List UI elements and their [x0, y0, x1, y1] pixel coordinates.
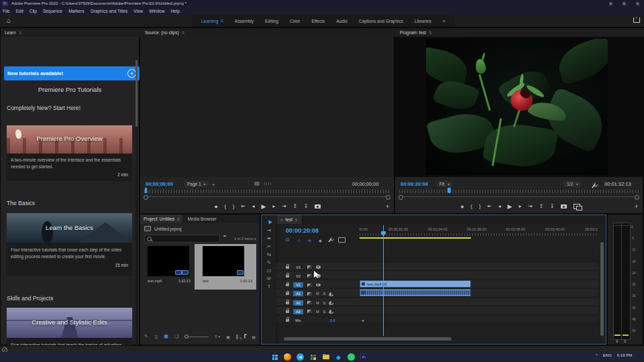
step-forward-button[interactable]: ▸	[519, 204, 521, 209]
nest-sequences-icon[interactable]: ⊡	[286, 237, 290, 243]
sync-lock-icon[interactable]	[307, 274, 312, 278]
project-item[interactable]: test.mp4 1:32:13	[145, 244, 193, 290]
settings-wrench-icon[interactable]	[592, 184, 596, 188]
mark-out-button[interactable]: }	[479, 204, 481, 209]
new-bin-button[interactable]	[244, 335, 246, 339]
add-marker-button[interactable]: ◆	[461, 204, 464, 208]
project-home-icon[interactable]	[144, 226, 151, 231]
mark-out-button[interactable]: }	[233, 204, 235, 209]
voiceover-record-icon[interactable]	[329, 301, 331, 304]
freeform-view-button[interactable]: ❏	[174, 334, 178, 339]
play-button[interactable]: ▶	[262, 204, 266, 210]
track-label-v2[interactable]: V2	[293, 274, 303, 279]
timeline-timecode[interactable]: 00:00:20:08	[286, 227, 319, 234]
go-to-in-button[interactable]: ⇤	[241, 204, 246, 209]
minimize-button[interactable]	[609, 2, 612, 5]
page-next-icon[interactable]: ▸	[213, 182, 215, 186]
taskbar-gem-app-icon[interactable]: ◆	[335, 353, 342, 361]
timeline-playhead[interactable]	[383, 225, 384, 336]
rectangle-tool[interactable]: ▭	[264, 266, 274, 274]
tray-language[interactable]: ENG	[603, 353, 612, 357]
sync-lock-icon[interactable]	[307, 265, 312, 269]
drag-video-icon[interactable]	[254, 182, 260, 186]
track-output-eye-icon[interactable]	[316, 265, 321, 269]
close-button[interactable]	[636, 2, 639, 5]
meter-solo-right[interactable]: S	[624, 339, 626, 343]
track-label-a1[interactable]: A1	[293, 291, 303, 296]
menu-graphics-titles[interactable]: Graphics and Titles	[91, 9, 128, 13]
linked-selection-icon[interactable]: ∞	[308, 238, 311, 243]
icon-view-button[interactable]: ▦	[164, 334, 168, 339]
track-label-a2[interactable]: A2	[293, 300, 303, 306]
home-icon[interactable]: ⌂	[7, 17, 11, 24]
workspace-overflow-icon[interactable]: »	[443, 19, 445, 23]
learn-panel-menu-icon[interactable]: ≡	[19, 31, 22, 35]
go-to-out-button[interactable]: ⇥	[528, 204, 532, 209]
automate-to-sequence-button[interactable]: ▣	[226, 335, 230, 339]
audio-meter-bars[interactable]	[613, 223, 631, 340]
zoom-level-select[interactable]: Fit ▾	[437, 181, 452, 187]
zoom-slider[interactable]	[184, 335, 209, 339]
lift-button[interactable]: ↥	[539, 204, 543, 209]
drag-audio-icon[interactable]	[264, 182, 271, 185]
track-label-v3[interactable]: V3	[293, 265, 303, 270]
close-icon[interactable]: ×	[280, 218, 283, 222]
tray-chevron-icon[interactable]: ^	[596, 353, 598, 357]
timeline-settings-wrench-icon[interactable]	[328, 238, 331, 242]
workspace-tab-effects[interactable]: Effects	[311, 19, 325, 23]
menu-file[interactable]: File	[3, 9, 9, 13]
go-to-in-button[interactable]: ⇤	[488, 204, 492, 209]
add-marker-icon[interactable]: ◆	[319, 238, 322, 243]
taskbar-explorer-icon[interactable]	[322, 353, 329, 361]
captions-settings-icon[interactable]	[338, 237, 345, 243]
track-mute-button[interactable]: M	[316, 310, 319, 314]
track-lock-icon[interactable]	[286, 275, 289, 278]
list-view-button[interactable]: ☰	[154, 335, 158, 339]
menu-clip[interactable]: Clip	[30, 9, 37, 13]
menu-sequence[interactable]: Sequence	[43, 9, 62, 13]
workspace-menu-icon[interactable]: ≡	[221, 19, 223, 23]
overwrite-button[interactable]: ↧	[304, 204, 308, 209]
workspace-tab-assembly[interactable]: Assembly	[235, 19, 254, 23]
playback-resolution-select[interactable]: 1/2 ▾	[564, 181, 581, 187]
sync-lock-icon[interactable]	[307, 292, 312, 296]
project-item-selected[interactable]: test 1:32:13	[195, 244, 256, 290]
menu-markers[interactable]: Markers	[68, 9, 84, 13]
step-forward-button[interactable]: ▸	[272, 204, 275, 209]
sync-lock-icon[interactable]	[307, 301, 312, 304]
start-button[interactable]	[271, 353, 278, 361]
type-tool[interactable]: T	[264, 282, 274, 290]
source-timecode[interactable]: 00;00;00;00	[146, 181, 173, 187]
button-editor-plus[interactable]: +	[635, 203, 638, 210]
track-output-eye-icon[interactable]	[316, 284, 321, 287]
track-label-v1[interactable]: V1	[293, 282, 303, 288]
go-to-out-button[interactable]: ⇥	[282, 204, 286, 209]
timeline-clip-video[interactable]: test.mp4 [V]	[360, 280, 471, 288]
workspace-tab-captions[interactable]: Captions and Graphics	[359, 19, 403, 23]
timeline-panel-menu-icon[interactable]: ≡	[295, 218, 298, 222]
maximize-button[interactable]	[623, 2, 626, 5]
voiceover-record-icon[interactable]	[329, 310, 331, 313]
learn-scrollbar[interactable]	[136, 58, 138, 362]
slip-tool[interactable]: ⇆	[264, 250, 274, 258]
taskbar-green-app-icon[interactable]	[347, 353, 355, 361]
program-time-ruler[interactable]	[399, 190, 639, 193]
timeline-vertical-scrollbar[interactable]	[600, 242, 604, 336]
source-page-select[interactable]: Page 1 ▾	[184, 181, 209, 187]
extract-button[interactable]: ↧	[550, 204, 554, 209]
track-mute-button[interactable]: M	[316, 292, 319, 296]
tutorial-card[interactable]: Premiere Pro Overview A two-minute overv…	[7, 125, 132, 181]
sync-lock-icon[interactable]	[307, 310, 312, 313]
project-search-input[interactable]	[144, 235, 220, 243]
menu-view[interactable]: View	[133, 9, 143, 13]
program-zoom-scrollbar[interactable]	[400, 196, 637, 197]
track-lock-icon[interactable]	[286, 302, 289, 304]
hand-tool[interactable]: Ψ	[264, 274, 274, 282]
track-lock-icon[interactable]	[286, 266, 289, 269]
taskbar-media-app-icon[interactable]	[309, 353, 317, 361]
track-solo-button[interactable]: S	[323, 292, 326, 296]
track-mute-button[interactable]: M	[316, 301, 319, 305]
play-button[interactable]: ▶	[508, 204, 513, 210]
taskbar-premiere-icon[interactable]: Pr	[360, 353, 368, 361]
tutorial-card[interactable]: Learn the Basics Four interactive tutori…	[7, 213, 132, 276]
